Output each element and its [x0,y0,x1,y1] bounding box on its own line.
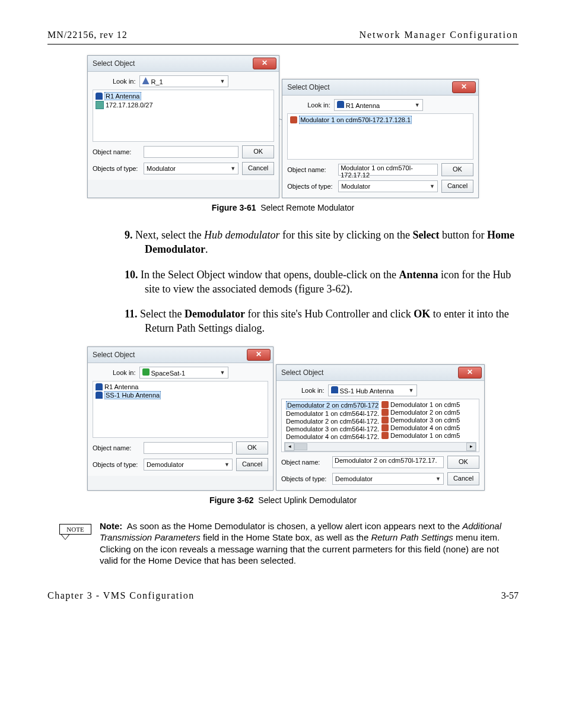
header-left: MN/22156, rev 12 [47,30,128,40]
look-in-combo[interactable]: R1 Antenna ▼ [334,99,423,111]
list-item[interactable]: Demodulator 1 on cdm564l-172.17.0.8 [284,410,379,417]
list-item[interactable]: R1 Antenna [96,383,265,390]
network-icon [142,77,150,84]
select-object-dialog-left: Select Object ✕ Look in: R_1 ▼ R1 Antenn… [87,55,279,198]
object-list[interactable]: R1 Antenna 172.17.128.0/27 [93,90,274,142]
look-in-label: Look in: [113,369,136,376]
list-item[interactable]: Demodulator 2 on cdm570l-172.17.0.5 [284,401,379,409]
object-list[interactable]: Demodulator 2 on cdm570l-172.17.0.5 Demo… [281,399,479,452]
note-badge: NOTE [59,524,91,540]
dialog-title: Select Object [93,351,135,359]
object-name-input[interactable] [144,442,233,454]
object-name-label: Object name: [93,444,140,452]
scroll-right-button[interactable]: ▸ [466,443,476,451]
list-item[interactable]: Demodulator 1 on cdm5 [381,401,476,408]
antenna-icon [331,386,338,393]
look-in-label: Look in: [113,78,136,85]
look-in-combo[interactable]: SpaceSat-1 ▼ [139,367,228,379]
figure-caption: Figure 3-61 Select Remote Modulator [87,203,479,212]
horizontal-scrollbar[interactable]: ◂ ▸ [284,442,476,452]
header-right: Network Manager Configuration [359,30,519,40]
cancel-button[interactable]: Cancel [236,458,268,471]
demodulator-icon [381,409,389,416]
demodulator-icon [381,401,389,408]
step-10: 10. In the Select Object window that ope… [125,268,519,297]
footer-right: 3-57 [501,590,519,601]
list-item[interactable]: Demodulator 4 on cdm564l-172.17.0.8 [284,433,379,440]
step-9: 9. Next, select the Hub demodulator for … [125,228,519,257]
demodulator-icon [381,417,389,424]
ok-button[interactable]: OK [447,456,479,469]
object-list[interactable]: R1 Antenna SS-1 Hub Antenna [93,381,268,438]
list-item[interactable]: Demodulator 2 on cdm5 [381,409,476,416]
chevron-down-icon: ▼ [435,476,441,482]
chevron-down-icon: ▼ [409,387,414,393]
object-name-input[interactable] [144,146,239,158]
objects-of-type-combo[interactable]: Modulator▼ [338,180,438,192]
ok-button[interactable]: OK [441,163,473,176]
list-item[interactable]: SS-1 Hub Antenna [96,391,265,399]
objects-of-type-label: Objects of type: [281,475,329,482]
demodulator-icon [381,424,389,431]
scroll-left-button[interactable]: ◂ [285,443,294,451]
objects-of-type-label: Objects of type: [287,183,335,190]
chevron-down-icon: ▼ [220,370,225,376]
object-name-label: Object name: [281,459,329,466]
list-item[interactable]: Demodulator 3 on cdm564l-172.17.0.8 [284,425,379,433]
chevron-down-icon: ▼ [224,462,230,468]
demodulator-icon [381,432,389,439]
list-item[interactable]: Demodulator 3 on cdm5 [381,417,476,424]
antenna-icon [337,101,344,108]
object-name-label: Object name: [287,166,335,173]
close-button[interactable]: ✕ [452,81,476,93]
close-button[interactable]: ✕ [247,349,271,361]
dialog-title: Select Object [93,59,135,68]
objects-of-type-label: Objects of type: [93,461,140,468]
list-item[interactable]: R1 Antenna [96,92,271,100]
note-label: NOTE [59,524,91,535]
object-name-input[interactable]: Demodulator 2 on cdm570l-172.17. [332,456,444,468]
antenna-icon [96,93,103,100]
look-in-label: Look in: [301,387,325,394]
select-object-dialog-right: Select Object ✕ Look in: SS-1 Hub Antenn… [276,364,485,491]
select-object-dialog-right: Select Object ✕ Look in: R1 Antenna ▼ Mo… [282,79,479,198]
modulator-icon [290,116,297,123]
cancel-button[interactable]: Cancel [441,180,473,193]
cancel-button[interactable]: Cancel [447,472,479,485]
step-11: 11. Select the Demodulator for this site… [125,307,519,336]
look-in-label: Look in: [307,101,330,109]
figure-62: Select Object ✕ Look in: SpaceSat-1 ▼ R1… [87,346,479,505]
list-item[interactable]: Demodulator 2 on cdm564l-172.17.0.8 [284,418,379,425]
chevron-down-icon: ▼ [430,183,435,189]
ok-button[interactable]: OK [236,441,268,454]
scroll-thumb[interactable] [294,443,307,450]
cancel-button[interactable]: Cancel [242,162,274,175]
object-name-input[interactable]: Modulator 1 on cdm570l-172.17.12 [338,164,438,176]
close-button[interactable]: ✕ [458,367,482,379]
antenna-icon [96,383,103,390]
figure-61: Select Object ✕ Look in: R_1 ▼ R1 Antenn… [87,55,479,212]
objects-of-type-label: Objects of type: [93,165,140,172]
dialog-title: Select Object [281,368,323,377]
chevron-down-icon: ▼ [220,78,225,84]
chevron-down-icon: ▼ [230,166,236,171]
note-text: Note: As soon as the Home Demodulator is… [100,520,510,567]
objects-of-type-combo[interactable]: Modulator▼ [144,163,239,174]
list-item[interactable]: 172.17.128.0/27 [96,101,271,109]
object-name-label: Object name: [93,148,140,155]
object-list[interactable]: Modulator 1 on cdm570l-172.17.128.1 [287,113,473,160]
select-object-dialog-left: Select Object ✕ Look in: SpaceSat-1 ▼ R1… [87,346,274,491]
chevron-down-icon: ▼ [415,102,420,108]
objects-of-type-combo[interactable]: Demodulator▼ [144,459,233,471]
satellite-icon [142,368,150,376]
objects-of-type-combo[interactable]: Demodulator▼ [332,473,444,485]
subnet-icon [96,101,104,109]
close-button[interactable]: ✕ [253,58,276,69]
look-in-combo[interactable]: SS-1 Hub Antenna ▼ [328,384,417,396]
list-item[interactable]: Demodulator 4 on cdm5 [381,424,476,431]
ok-button[interactable]: OK [242,145,274,158]
header-divider [47,44,519,44]
look-in-combo[interactable]: R_1 ▼ [139,75,228,87]
list-item[interactable]: Modulator 1 on cdm570l-172.17.128.1 [290,116,470,124]
list-item[interactable]: Demodulator 1 on cdm5 [381,432,476,439]
